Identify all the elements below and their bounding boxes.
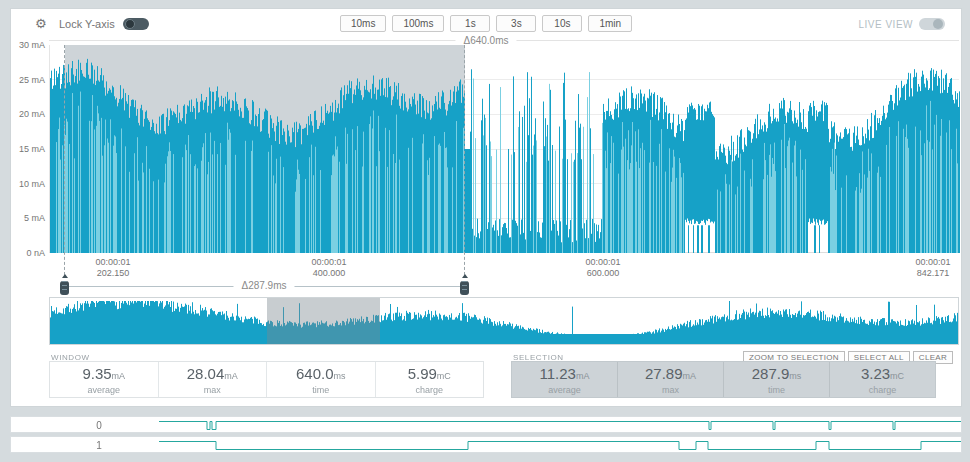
live-view-label: LIVE VIEW [858, 19, 913, 30]
time-button-100ms[interactable]: 100ms [392, 15, 444, 32]
y-tick: 15 mA [11, 144, 45, 154]
time-button-10s[interactable]: 10s [542, 15, 582, 32]
stat-window-average: 9.35mA average [50, 362, 159, 397]
overview-minimap[interactable] [49, 297, 959, 345]
selection-left-edge[interactable] [64, 45, 65, 275]
x-tick: 00:00:01202.150 [95, 257, 130, 279]
minimap-waveform [50, 298, 958, 344]
handle-arrow-icon [62, 274, 68, 278]
y-tick: 0 nA [11, 248, 45, 258]
time-button-1s[interactable]: 1s [450, 15, 490, 32]
power-profiler-app: ⚙ Lock Y-axis 10ms 100ms 1s 3s 10s 1min … [0, 0, 970, 462]
y-tick: 20 mA [11, 109, 45, 119]
x-tick: 00:00:01842.171 [915, 257, 950, 279]
x-tick: 00:00:01400.000 [311, 257, 346, 279]
time-button-3s[interactable]: 3s [496, 15, 536, 32]
current-chart[interactable] [49, 45, 959, 253]
y-tick: 10 mA [11, 179, 45, 189]
digital-channel-label: 0 [91, 420, 107, 431]
stat-selection-charge: 3.23mC charge [830, 362, 935, 397]
stat-selection-max: 27.89mA max [618, 362, 724, 397]
digital-trace-1 [149, 437, 961, 454]
live-view-toggle[interactable] [919, 18, 945, 30]
x-tick: 00:00:01600.000 [585, 257, 620, 279]
toggle-knob [933, 19, 943, 29]
selection-handle-left[interactable] [60, 274, 69, 294]
selection-delta-label: Δ287.9ms [233, 280, 294, 291]
handle-grip [460, 281, 469, 295]
window-stats: 9.35mA average 28.04mA max 640.0ms time … [49, 361, 484, 398]
time-button-1min[interactable]: 1min [588, 15, 632, 32]
y-tick: 30 mA [11, 40, 45, 50]
digital-channel-label: 1 [91, 440, 107, 451]
minimap-window-indicator[interactable] [267, 298, 380, 344]
y-tick: 5 mA [11, 213, 45, 223]
stat-window-time: 640.0ms time [267, 362, 376, 397]
y-tick: 25 mA [11, 75, 45, 85]
time-range-buttons: 10ms 100ms 1s 3s 10s 1min [11, 15, 961, 32]
digital-trace-0 [149, 417, 961, 434]
stat-window-max: 28.04mA max [159, 362, 268, 397]
time-button-10ms[interactable]: 10ms [340, 15, 386, 32]
handle-arrow-icon [462, 274, 468, 278]
digital-channel-0[interactable]: 0 [10, 416, 962, 433]
current-waveform[interactable] [50, 45, 960, 253]
selection-handle-right[interactable] [460, 274, 469, 294]
selection-right-edge[interactable] [464, 45, 465, 275]
main-panel: ⚙ Lock Y-axis 10ms 100ms 1s 3s 10s 1min … [10, 8, 962, 407]
selection-stats: 11.23mA average 27.89mA max 287.9ms time… [511, 361, 936, 398]
digital-channel-1[interactable]: 1 [10, 436, 962, 453]
digital-trace-path [159, 442, 961, 450]
stat-selection-average: 11.23mA average [512, 362, 618, 397]
digital-trace-path [159, 422, 961, 430]
stat-window-charge: 5.99mC charge [376, 362, 484, 397]
stat-selection-time: 287.9ms time [724, 362, 830, 397]
handle-grip [60, 281, 69, 295]
